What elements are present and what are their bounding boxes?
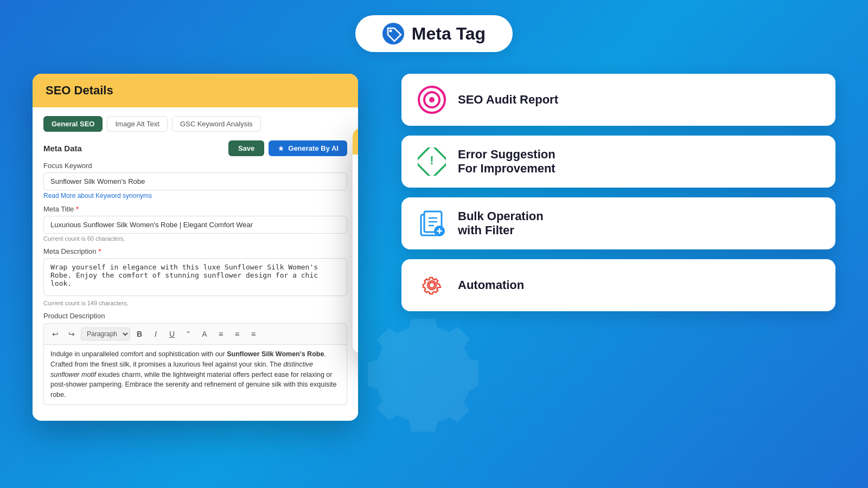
bulk-operation-icon-wrapper <box>417 208 447 239</box>
keyword-synonyms-link[interactable]: Read More about Keyword synonyms <box>43 192 347 200</box>
sparkle-icon <box>277 145 285 152</box>
svg-point-0 <box>382 23 404 44</box>
seo-analysis-header: SEO Analysis <box>353 128 358 155</box>
error-suggestion-icon-wrapper: ! <box>417 146 447 177</box>
editor-content[interactable]: Indulge in unparalleled comfort and soph… <box>43 345 347 405</box>
header-title: Meta Tag <box>412 24 486 44</box>
align-right-button[interactable]: ≡ <box>246 327 260 341</box>
svg-text:!: ! <box>430 153 433 167</box>
automation-label: Automation <box>458 278 524 292</box>
seo-audit-icon <box>418 86 446 114</box>
tab-gsc-keyword[interactable]: GSC Keyword Analysis <box>172 116 261 132</box>
redo-button[interactable]: ↪ <box>65 327 79 341</box>
feature-card-seo-audit[interactable]: SEO Audit Report <box>401 74 835 126</box>
generate-button[interactable]: Generate By AI <box>269 140 347 156</box>
seo-details-title: SEO Details <box>46 84 113 97</box>
automation-icon-wrapper <box>417 270 447 300</box>
section-header: Meta Data Save Generate By AI <box>43 140 347 156</box>
tab-general-seo[interactable]: General SEO <box>43 116 103 132</box>
bold-button[interactable]: B <box>132 327 146 341</box>
font-color-button[interactable]: A <box>197 327 212 341</box>
meta-description-label: Meta Description * <box>43 247 347 255</box>
error-suggestion-label: Error SuggestionFor Improvement <box>458 147 556 176</box>
seo-details-card: SEO Details General SEO Image Alt Text G… <box>33 74 358 421</box>
automation-icon <box>418 271 446 299</box>
seo-audit-label: SEO Audit Report <box>458 93 558 107</box>
seo-details-body: General SEO Image Alt Text GSC Keyword A… <box>33 107 358 418</box>
align-left-button[interactable]: ≡ <box>214 327 228 341</box>
undo-button[interactable]: ↩ <box>48 327 62 341</box>
svg-point-6 <box>429 97 435 102</box>
meta-description-char-count: Current count is 149 characters, <box>43 300 347 306</box>
feature-card-error-suggestion[interactable]: ! Error SuggestionFor Improvement <box>401 136 835 188</box>
feature-card-bulk-operation[interactable]: Bulk Operationwith Filter <box>401 197 835 249</box>
save-button[interactable]: Save <box>228 140 264 156</box>
bulk-operation-label: Bulk Operationwith Filter <box>458 209 544 238</box>
italic-button[interactable]: I <box>149 327 163 341</box>
feature-card-automation[interactable]: Automation <box>401 259 835 311</box>
meta-data-label: Meta Data <box>43 144 82 153</box>
meta-description-input[interactable]: Wrap yourself in elegance with this luxe… <box>43 258 347 296</box>
svg-point-1 <box>389 30 392 33</box>
tab-image-alt-text[interactable]: Image Alt Text <box>107 116 167 132</box>
svg-point-17 <box>429 282 435 288</box>
meta-title-char-count: Current count is 60 characters, <box>43 235 347 242</box>
quote-button[interactable]: " <box>181 327 195 341</box>
error-suggestion-icon: ! <box>418 147 446 176</box>
meta-title-label: Meta Title * <box>43 205 347 213</box>
paragraph-select[interactable]: Paragraph <box>81 328 130 341</box>
header-pill: Meta Tag <box>355 15 513 52</box>
editor-toolbar: ↩ ↪ Paragraph B I U " A ≡ ≡ ≡ <box>43 323 347 345</box>
meta-title-input[interactable] <box>43 216 347 234</box>
action-buttons: Save Generate By AI <box>228 140 347 156</box>
seo-details-header: SEO Details <box>33 74 358 107</box>
align-center-button[interactable]: ≡ <box>230 327 244 341</box>
underline-button[interactable]: U <box>165 327 179 341</box>
meta-section: Meta Data Save Generate By AI Focus Keyw… <box>43 140 347 405</box>
seo-audit-icon-wrapper <box>417 85 447 115</box>
main-content: SEO Details General SEO Image Alt Text G… <box>0 63 868 486</box>
focus-keyword-input[interactable] <box>43 172 347 190</box>
bulk-operation-icon <box>418 209 446 237</box>
seo-analysis-card: SEO Analysis Remove from sitemap SEO Sco… <box>353 128 358 354</box>
header: Meta Tag <box>0 0 868 63</box>
features-panel: SEO Audit Report ! Error SuggestionFor I… <box>358 63 835 311</box>
seo-analysis-body: Remove from sitemap SEO Score 86% <box>353 155 358 354</box>
product-description-label: Product Description <box>43 312 347 320</box>
tabs-container: General SEO Image Alt Text GSC Keyword A… <box>43 116 347 132</box>
focus-keyword-label: Focus Keyword <box>43 162 347 170</box>
tag-icon <box>382 23 404 44</box>
